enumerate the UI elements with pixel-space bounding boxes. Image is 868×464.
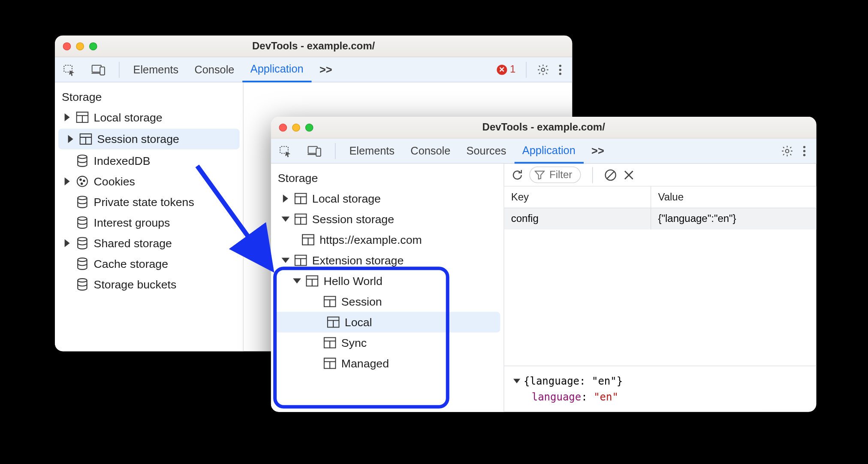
tree-ext-local[interactable]: Local xyxy=(274,312,500,332)
device-toolbar-icon[interactable] xyxy=(84,57,113,82)
tree-storage-buckets[interactable]: Storage buckets xyxy=(55,274,243,295)
database-icon xyxy=(76,216,88,229)
tab-console[interactable]: Console xyxy=(187,57,242,82)
tab-sources[interactable]: Sources xyxy=(458,139,514,163)
tree-indexeddb[interactable]: IndexedDB xyxy=(55,151,243,171)
minimize-button[interactable] xyxy=(292,123,300,131)
gear-icon[interactable] xyxy=(781,145,793,157)
devtools-window-after: DevTools - example.com/ Elements Console… xyxy=(271,117,817,412)
tree-label: Extension storage xyxy=(312,254,404,267)
tree-label: https://example.com xyxy=(319,233,422,246)
tree-extension-hello-world[interactable]: Hello World xyxy=(271,271,504,291)
database-icon xyxy=(76,196,88,208)
tree-cookies[interactable]: Cookies xyxy=(55,171,243,192)
tab-application[interactable]: Application xyxy=(514,139,583,163)
svg-point-15 xyxy=(77,176,87,187)
storage-sidebar: Storage Local storage Session storage xyxy=(55,82,244,352)
tree-ext-session[interactable]: Session xyxy=(271,291,504,312)
filter-input[interactable]: Filter xyxy=(529,167,581,183)
svg-line-60 xyxy=(607,171,614,178)
maximize-button[interactable] xyxy=(305,123,313,131)
delete-icon[interactable] xyxy=(623,169,635,181)
kebab-menu-icon[interactable] xyxy=(554,63,567,76)
error-count[interactable]: ✕1 xyxy=(497,64,515,76)
refresh-icon[interactable] xyxy=(511,169,524,181)
chevron-down-icon[interactable] xyxy=(513,379,520,384)
storage-table: Key Value config {"language":"en"} xyxy=(504,187,817,230)
titlebar: DevTools - example.com/ xyxy=(271,117,817,139)
window-title: DevTools - example.com/ xyxy=(55,40,572,52)
tree-label: Session storage xyxy=(312,212,394,226)
tree-extension-storage[interactable]: Extension storage xyxy=(271,250,504,271)
tab-console[interactable]: Console xyxy=(403,139,458,163)
tab-elements[interactable]: Elements xyxy=(125,57,187,82)
tree-shared-storage[interactable]: Shared storage xyxy=(55,233,243,254)
database-icon xyxy=(76,278,88,291)
window-controls xyxy=(63,42,97,50)
storage-heading: Storage xyxy=(55,82,243,107)
tree-interest-groups[interactable]: Interest groups xyxy=(55,212,243,233)
tree-label: Local storage xyxy=(312,192,381,205)
table-icon xyxy=(323,337,336,349)
value-inspector: {language: "en"} language: "en" xyxy=(504,366,817,412)
table-icon xyxy=(302,234,314,246)
svg-point-6 xyxy=(559,68,561,70)
svg-point-23 xyxy=(78,279,87,282)
tab-elements[interactable]: Elements xyxy=(341,139,403,163)
minimize-button[interactable] xyxy=(76,42,84,50)
titlebar: DevTools - example.com/ xyxy=(55,36,572,58)
inspector-summary[interactable]: {language: "en"} xyxy=(513,373,807,389)
svg-point-17 xyxy=(83,180,84,181)
table-icon xyxy=(294,213,307,225)
tree-label: Session storage xyxy=(97,133,179,146)
tree-cache-storage[interactable]: Cache storage xyxy=(55,254,243,274)
tabs-overflow[interactable]: >> xyxy=(311,57,340,82)
cookie-icon xyxy=(76,175,88,188)
tree-label: Local xyxy=(345,315,372,329)
svg-point-31 xyxy=(803,154,805,156)
col-value[interactable]: Value xyxy=(651,187,817,208)
svg-point-20 xyxy=(78,217,87,220)
svg-point-14 xyxy=(78,155,87,158)
window-title: DevTools - example.com/ xyxy=(271,121,817,133)
clear-icon[interactable] xyxy=(604,169,617,181)
tree-ext-sync[interactable]: Sync xyxy=(271,332,504,353)
tree-session-origin[interactable]: https://example.com xyxy=(271,230,504,250)
inspect-element-icon[interactable] xyxy=(271,139,300,163)
device-toolbar-icon[interactable] xyxy=(299,139,329,163)
table-icon xyxy=(327,316,339,328)
inspect-element-icon[interactable] xyxy=(55,57,84,82)
filter-placeholder: Filter xyxy=(549,169,572,181)
tab-application[interactable]: Application xyxy=(242,58,311,82)
table-row[interactable]: config {"language":"en"} xyxy=(504,208,817,230)
gear-icon[interactable] xyxy=(537,63,549,76)
tree-label: Sync xyxy=(341,336,367,349)
tree-session-storage[interactable]: Session storage xyxy=(58,129,240,149)
tree-label: Local storage xyxy=(94,111,163,124)
cell-key: config xyxy=(504,208,651,230)
table-icon xyxy=(294,254,307,267)
svg-point-19 xyxy=(78,196,87,200)
cell-value: {"language":"en"} xyxy=(651,208,817,230)
close-button[interactable] xyxy=(63,42,71,50)
tree-local-storage[interactable]: Local storage xyxy=(271,188,504,209)
kebab-menu-icon[interactable] xyxy=(798,145,811,157)
storage-toolbar: Filter xyxy=(504,164,817,186)
inspector-property[interactable]: language: "en" xyxy=(513,389,807,405)
col-key[interactable]: Key xyxy=(504,187,651,208)
svg-rect-27 xyxy=(316,148,321,156)
tree-ext-managed[interactable]: Managed xyxy=(271,353,504,373)
separator xyxy=(526,61,526,77)
tabs-overflow[interactable]: >> xyxy=(583,139,612,163)
close-button[interactable] xyxy=(279,123,287,131)
tree-session-storage[interactable]: Session storage xyxy=(271,209,504,230)
svg-point-18 xyxy=(81,183,82,184)
tree-private-state-tokens[interactable]: Private state tokens xyxy=(55,192,243,212)
table-icon xyxy=(323,357,336,370)
svg-point-21 xyxy=(78,237,87,241)
tree-local-storage[interactable]: Local storage xyxy=(55,107,243,127)
maximize-button[interactable] xyxy=(89,42,97,50)
storage-sidebar: Storage Local storage Session storage ht… xyxy=(271,164,504,412)
table-icon xyxy=(76,111,88,124)
tree-label: Interest groups xyxy=(94,216,170,229)
